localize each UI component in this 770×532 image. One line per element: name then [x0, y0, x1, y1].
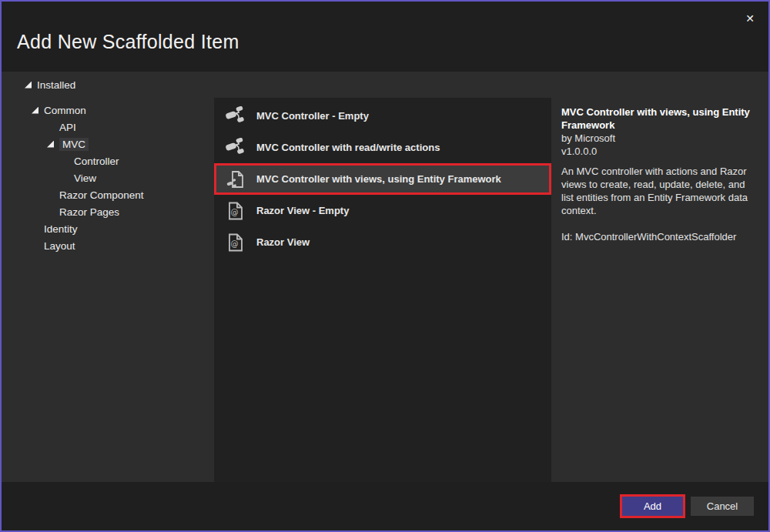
list-item-label: MVC Controller - Empty — [256, 110, 369, 122]
tree-item-label: Identity — [44, 223, 78, 235]
mvc-controller-icon — [226, 138, 246, 158]
scaffold-template-list: MVC Controller - Empty MVC Controller wi… — [214, 98, 551, 482]
tree-item-razor-component[interactable]: Razor Component — [2, 186, 214, 203]
expander-icon[interactable] — [47, 141, 54, 148]
tree-item-controller[interactable]: Controller — [2, 152, 214, 169]
expander-icon[interactable] — [32, 107, 38, 114]
details-description: An MVC controller with actions and Razor… — [561, 165, 758, 217]
tree-item-mvc[interactable]: MVC — [2, 136, 214, 152]
tree-item-installed[interactable]: Installed — [2, 76, 214, 93]
tree-item-identity[interactable]: Identity — [2, 220, 214, 237]
tree-item-view[interactable]: View — [2, 169, 214, 186]
details-scaffolder-id: Id: MvcControllerWithContextScaffolder — [561, 230, 758, 243]
tree-item-label: Razor Pages — [59, 206, 119, 218]
add-button-red-highlight: Add — [620, 494, 685, 518]
tree-item-common[interactable]: Common — [2, 102, 214, 119]
expander-icon[interactable] — [25, 82, 32, 89]
dialog-body: Installed Common API MVC Controller View… — [2, 72, 768, 482]
tree-item-label-selected: MVC — [59, 138, 89, 151]
tree-item-razor-pages[interactable]: Razor Pages — [2, 203, 214, 220]
list-item-label: MVC Controller with read/write actions — [256, 142, 440, 153]
mvc-controller-ef-icon — [226, 169, 246, 189]
category-tree: Installed Common API MVC Controller View… — [2, 76, 214, 254]
details-version: v1.0.0.0 — [561, 145, 758, 158]
tree-item-label: Common — [44, 105, 86, 116]
list-item-mvc-controller-readwrite[interactable]: MVC Controller with read/write actions — [214, 132, 551, 163]
mvc-controller-icon — [226, 106, 246, 126]
list-item-mvc-controller-ef-selected[interactable]: MVC Controller with views, using Entity … — [214, 163, 551, 195]
tree-item-api[interactable]: API — [2, 119, 214, 136]
list-item-label: Razor View - Empty — [256, 205, 349, 216]
razor-view-icon: @ — [226, 201, 246, 221]
dialog-title: Add New Scaffolded Item — [17, 31, 239, 53]
list-item-razor-view[interactable]: @ Razor View — [214, 226, 551, 258]
tree-item-label: Layout — [44, 240, 75, 252]
add-new-scaffolded-item-dialog: Add New Scaffolded Item ✕ Installed Comm… — [0, 0, 770, 532]
svg-text:@: @ — [231, 239, 239, 247]
details-author: by Microsoft — [561, 132, 758, 145]
tree-spacer — [2, 93, 214, 102]
tree-item-label: Controller — [74, 156, 119, 167]
razor-view-icon: @ — [226, 233, 246, 253]
dialog-footer: Add Cancel — [2, 482, 768, 530]
details-title: MVC Controller with views, using Entity … — [561, 105, 758, 132]
tree-item-label: API — [59, 122, 76, 133]
list-item-label: Razor View — [256, 236, 310, 248]
list-item-razor-view-empty[interactable]: @ Razor View - Empty — [214, 195, 551, 226]
template-details-panel: MVC Controller with views, using Entity … — [552, 72, 768, 482]
svg-text:@: @ — [231, 207, 239, 216]
add-button[interactable]: Add — [622, 497, 683, 516]
list-item-mvc-controller-empty[interactable]: MVC Controller - Empty — [214, 100, 551, 132]
tree-item-label: View — [74, 172, 96, 184]
tree-item-layout[interactable]: Layout — [2, 237, 214, 254]
tree-item-label: Razor Component — [59, 189, 144, 201]
close-icon[interactable]: ✕ — [741, 9, 759, 28]
list-item-label: MVC Controller with views, using Entity … — [256, 173, 501, 185]
tree-item-label: Installed — [37, 79, 75, 91]
cancel-button[interactable]: Cancel — [691, 497, 754, 516]
